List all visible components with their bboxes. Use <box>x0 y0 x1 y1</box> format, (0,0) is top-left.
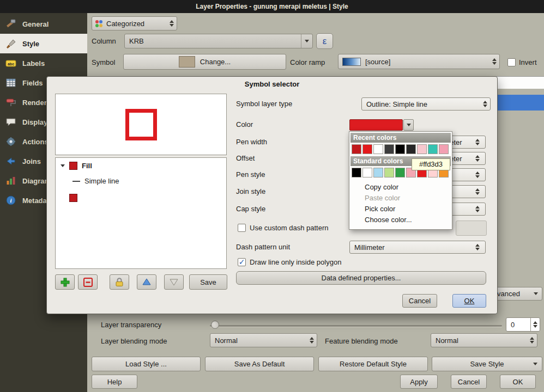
line-symbol-icon <box>72 181 80 182</box>
feature-blending-value: Normal <box>431 336 458 345</box>
expander-icon[interactable] <box>61 164 65 167</box>
apply-button[interactable]: Apply <box>400 375 438 389</box>
offset-label: Offset <box>236 154 255 162</box>
standard-color-swatch[interactable] <box>373 168 383 177</box>
combo-arrows-icon <box>475 206 480 212</box>
combo-arrows-icon <box>483 101 487 107</box>
fill-color-swatch <box>69 162 77 170</box>
save-symbol-button[interactable]: Save <box>189 274 227 290</box>
symbol-change-button[interactable]: Change... <box>123 54 286 70</box>
column-combo[interactable]: KRB <box>124 34 313 48</box>
data-defined-properties-button[interactable]: Data defined properties... <box>236 271 486 285</box>
combo-arrows-icon <box>492 58 497 65</box>
recent-colors-header: Recent colors <box>350 133 451 143</box>
save-as-default-button[interactable]: Save As Default <box>205 357 314 371</box>
load-style-button[interactable]: Load Style ... <box>92 357 201 371</box>
dash-pattern-unit-label: Dash pattern unit <box>236 243 290 251</box>
feature-blending-combo[interactable]: Normal <box>431 333 537 347</box>
choose-color-menu-item[interactable]: Choose color... <box>349 215 452 225</box>
draw-inside-checkbox[interactable]: ✓ <box>238 258 246 266</box>
standard-color-swatch[interactable] <box>395 168 405 177</box>
tree-item-fill[interactable]: Fill <box>56 160 226 173</box>
pen-style-label: Pen style <box>236 170 265 179</box>
line-color-button[interactable] <box>349 119 403 131</box>
paintbrush-icon <box>5 38 17 50</box>
remove-symbol-layer-button[interactable] <box>78 274 98 290</box>
sidebar-item-label: Style <box>22 40 39 48</box>
categorized-symbols-icon <box>92 17 105 29</box>
recent-color-swatch[interactable] <box>439 144 449 154</box>
color-dropdown-menu: Recent colors Standard colors #ffd3d3 Co… <box>349 131 452 230</box>
combo-arrows-icon <box>170 20 174 27</box>
dash-pattern-unit-combo[interactable]: Millimeter <box>349 241 486 254</box>
standard-color-swatch[interactable] <box>362 168 372 177</box>
symbol-layer-type-combo[interactable]: Outline: Simple line <box>361 97 491 111</box>
sidebar-item-label: Actions <box>22 138 49 146</box>
data-defined-label: Data defined properties... <box>322 274 401 282</box>
sidebar-item-label: General <box>22 20 49 28</box>
dropdown-arrow-icon <box>301 34 312 48</box>
recent-color-swatch[interactable] <box>417 144 427 154</box>
invert-label: Invert <box>519 58 537 66</box>
table-icon <box>5 77 17 89</box>
tree-item-simple-line-2-selected[interactable]: Simple line <box>56 191 226 206</box>
abc-label-icon: abc <box>5 57 17 69</box>
change-button-label: Change... <box>200 58 231 66</box>
renderer-type-combo[interactable]: Categorized <box>92 16 177 30</box>
recent-color-swatch[interactable] <box>384 144 394 154</box>
tree-item-simple-line-1[interactable]: Simple line <box>56 175 226 188</box>
dropdown-arrow-icon <box>534 292 538 295</box>
sidebar-item-label: Display <box>22 118 47 126</box>
standard-color-swatch[interactable] <box>384 168 394 177</box>
sidebar-item-labels[interactable]: abc Labels <box>0 53 87 73</box>
paint-roller-icon <box>5 96 17 108</box>
move-layer-up-button[interactable] <box>137 274 156 290</box>
recent-color-swatch[interactable] <box>373 144 383 154</box>
recent-color-swatch[interactable] <box>428 144 438 154</box>
layer-transparency-slider-handle[interactable] <box>211 321 219 329</box>
copy-color-menu-item[interactable]: Copy color <box>349 182 452 193</box>
speech-bubble-icon <box>5 116 17 128</box>
window-titlebar: Layer Properties - gunung merapi meletus… <box>0 0 544 13</box>
lock-color-button[interactable] <box>110 274 129 290</box>
red-outline-symbol-preview <box>125 109 157 140</box>
layer-transparency-slider-track[interactable] <box>210 325 502 327</box>
window-cancel-button[interactable]: Cancel <box>451 375 487 389</box>
line-color-swatch <box>69 194 77 202</box>
combo-arrows-icon <box>475 171 480 178</box>
plus-icon <box>60 277 70 287</box>
custom-dash-disabled-field <box>456 220 487 236</box>
column-value: KRB <box>125 37 144 45</box>
pick-color-menu-item[interactable]: Pick color <box>349 204 452 215</box>
transparency-value: 0 <box>506 321 515 329</box>
invert-checkbox[interactable] <box>507 58 516 66</box>
recent-color-swatch[interactable] <box>406 144 416 154</box>
sidebar-item-general[interactable]: General <box>0 14 87 34</box>
dialog-ok-button[interactable]: OK <box>452 294 486 308</box>
color-dropdown-arrow-button[interactable] <box>403 119 414 131</box>
sidebar-item-style[interactable]: Style <box>0 34 87 53</box>
layer-blending-combo[interactable]: Normal <box>210 333 317 347</box>
symbol-preview-patch <box>179 56 195 68</box>
join-style-label: Join style <box>236 187 265 195</box>
save-style-button[interactable]: Save Style <box>432 357 542 371</box>
dialog-cancel-button[interactable]: Cancel <box>402 294 437 308</box>
recent-color-swatch[interactable] <box>395 144 405 154</box>
restore-default-style-button[interactable]: Restore Default Style <box>318 357 428 371</box>
standard-color-swatch[interactable] <box>352 168 361 177</box>
expression-builder-button[interactable]: ε <box>316 33 333 49</box>
use-custom-dash-checkbox[interactable] <box>238 224 246 232</box>
category-list-selected-row-fragment[interactable] <box>495 95 544 111</box>
color-ramp-combo[interactable]: [source] <box>338 54 500 69</box>
recent-color-swatch[interactable] <box>352 144 361 154</box>
dialog-title: Symbol selector <box>47 77 497 91</box>
add-symbol-layer-button[interactable] <box>55 274 75 290</box>
help-button[interactable]: Help <box>92 375 137 389</box>
window-ok-button[interactable]: OK <box>500 375 536 389</box>
dialog-ok-label: OK <box>464 297 475 305</box>
spinbox-arrows-icon <box>475 155 480 162</box>
move-layer-down-button[interactable] <box>164 274 184 290</box>
transparency-spinbox[interactable]: 0 <box>506 317 540 332</box>
combo-arrows-icon <box>530 337 534 344</box>
recent-color-swatch[interactable] <box>362 144 372 154</box>
